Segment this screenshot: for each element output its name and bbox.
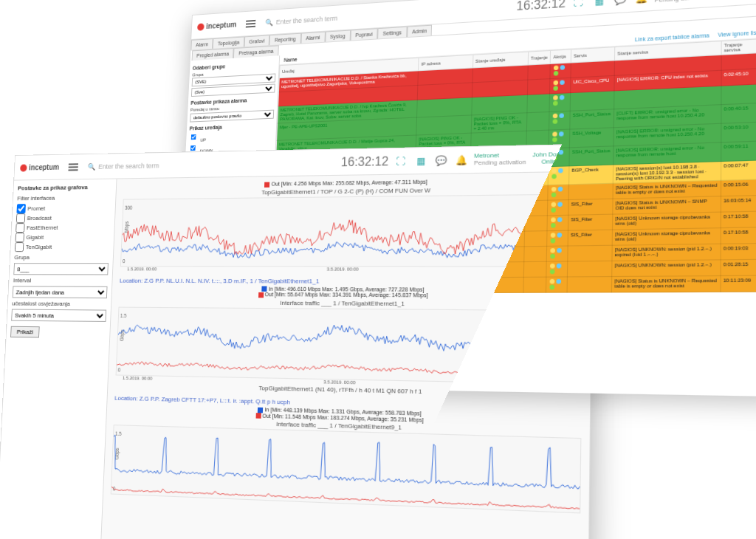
cell: UIC_Cisco_CPU xyxy=(570,75,614,92)
cell xyxy=(527,79,550,95)
grupa-select[interactable]: 8___ xyxy=(13,263,109,275)
cell: 0:17:10:58 xyxy=(721,211,756,227)
hamburger-icon[interactable] xyxy=(246,22,255,24)
cell: 0:17:10:58 xyxy=(721,227,756,244)
main-tab[interactable]: Alarmi xyxy=(300,32,325,44)
refresh-label: učestalost osvježavanja xyxy=(12,300,107,307)
cell: 0:00:53:10 xyxy=(721,122,756,143)
tenant-badge[interactable]: MetronetPending activation xyxy=(654,0,709,4)
header-toolbar-icons: ⛶ ▦ 💬 🔔 xyxy=(394,154,467,168)
cell xyxy=(548,185,568,200)
bell-icon[interactable]: 🔔 xyxy=(635,0,648,4)
cell xyxy=(416,115,471,135)
expand-icon[interactable]: ⛶ xyxy=(571,0,585,9)
cell: 0:00:15:06 xyxy=(721,179,756,196)
cell xyxy=(567,245,611,261)
cell: SIS_Filter xyxy=(568,230,612,246)
cell: [NAGIOS] UNKNOWN: session (pid 1.2.−.) xyxy=(611,260,720,277)
bell-icon[interactable]: 🔔 xyxy=(455,154,467,166)
grid-icon[interactable]: ▦ xyxy=(414,154,427,167)
cell: 0:00:59:11 xyxy=(721,141,756,161)
ignore-list-link[interactable]: View ignore list xyxy=(718,30,756,38)
col-header[interactable]: Akcija xyxy=(550,49,571,64)
cell: [NAGIOS] Unknown storage ciprobevanka wi… xyxy=(612,228,721,246)
cell xyxy=(721,53,756,70)
avatar[interactable]: JD xyxy=(752,0,756,1)
grid-icon[interactable]: ▦ xyxy=(593,0,606,7)
header-toolbar-icons: ⛶ ▦ 💬 🔔 xyxy=(571,0,647,9)
filter-checkbox[interactable]: TenGigabit xyxy=(15,242,109,253)
grupa-label: Grupa xyxy=(14,254,109,261)
main-tab[interactable]: Alarm xyxy=(190,38,213,49)
filter-checkbox[interactable]: Promet xyxy=(16,203,111,213)
cell xyxy=(548,166,568,185)
cell xyxy=(548,200,568,216)
cell xyxy=(526,111,549,131)
search-field[interactable]: 🔍 Enter the search term xyxy=(266,13,366,27)
main-tab[interactable]: Popravi xyxy=(350,28,378,40)
filter-checkbox[interactable]: FastEthernet xyxy=(16,222,110,233)
cell xyxy=(524,231,547,247)
chat-icon[interactable]: 💬 xyxy=(435,154,447,166)
interval-label: Interval xyxy=(13,277,108,284)
cell xyxy=(550,78,571,94)
cell xyxy=(546,246,567,261)
svg-text:1.5: 1.5 xyxy=(115,430,122,436)
col-header[interactable]: Trajanje servisa xyxy=(721,39,756,55)
cell xyxy=(549,129,569,148)
main-tab[interactable]: Settings xyxy=(377,27,407,39)
header-clock: 16:32:12 xyxy=(516,0,566,13)
cell xyxy=(467,247,524,263)
cell xyxy=(570,91,614,111)
cell: 0:00:19:03 xyxy=(721,244,756,260)
header-clock: 16:32:12 xyxy=(341,154,389,169)
cell xyxy=(547,230,568,246)
main-tab[interactable]: Reporting xyxy=(269,33,301,46)
refresh-select[interactable]: Svakih 5 minuta xyxy=(11,309,106,322)
cell xyxy=(523,246,546,261)
svg-text:Mbps: Mbps xyxy=(124,221,129,233)
col-header[interactable]: Trajanje xyxy=(528,50,551,65)
cell: 0:02:45:10 xyxy=(721,69,756,86)
cell xyxy=(467,277,523,292)
cell xyxy=(523,261,546,277)
hamburger-icon[interactable] xyxy=(69,166,78,168)
cell: SIS_Filter xyxy=(568,199,612,215)
cell xyxy=(525,200,548,216)
svg-text:300: 300 xyxy=(125,205,133,210)
cell xyxy=(524,216,547,231)
cell: [NAGIOS] session(s) lost 10.198.3.8 · se… xyxy=(613,162,721,184)
filter-checkbox[interactable]: Broadcast xyxy=(16,213,111,223)
search-field[interactable]: 🔍 Enter the search term xyxy=(88,161,187,170)
grid-title: Name xyxy=(284,56,297,62)
cell: [NAGIOS] Unknown storage ciprobevanka wi… xyxy=(612,212,721,230)
chat-icon[interactable]: 💬 xyxy=(614,0,627,6)
chart: In [Min: 448.139 Mbps Max: 1.331 Gbps, A… xyxy=(111,403,582,514)
cell xyxy=(467,262,524,278)
main-tab[interactable]: Grafovi xyxy=(244,35,269,47)
cell xyxy=(550,63,571,79)
cell xyxy=(527,94,550,113)
cell xyxy=(567,277,612,292)
plot-svg[interactable]: 1.50 Gbps xyxy=(111,425,582,513)
cell: 0:00:07:47 xyxy=(721,160,756,180)
cell xyxy=(526,130,549,149)
logo: inceptum xyxy=(197,21,237,31)
main-tab[interactable]: Syslog xyxy=(325,30,351,42)
cell xyxy=(546,277,567,292)
svg-text:0: 0 xyxy=(118,367,121,372)
settings-title: Postavke za prikaz grafova xyxy=(18,184,112,192)
main-tab[interactable]: Admin xyxy=(407,25,433,37)
export-link[interactable]: Link za export tablice alarma xyxy=(635,32,709,42)
show-button[interactable]: Prikaži xyxy=(10,326,40,338)
cell: [NAGIOS] Status is UNKNOWN – Requested t… xyxy=(611,276,720,292)
expand-icon[interactable]: ⛶ xyxy=(394,154,407,167)
cell xyxy=(549,111,570,130)
interval-select[interactable]: Zadnjih tjedan dana xyxy=(13,286,108,298)
cell: 0:00:40:15 xyxy=(721,103,756,124)
main-tab[interactable]: Topologija xyxy=(213,36,244,48)
cell: 16:03:05:14 xyxy=(721,196,756,213)
filter-checkbox[interactable]: Gigabit xyxy=(15,232,109,242)
cell xyxy=(417,97,472,117)
cell xyxy=(546,261,567,277)
